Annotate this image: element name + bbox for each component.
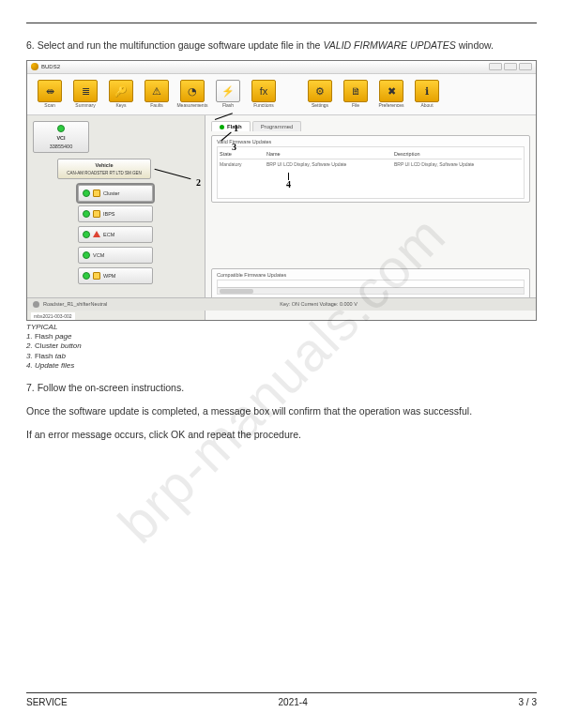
- vehicle-title: Vehicle: [96, 162, 114, 168]
- typical-2: 2. Cluster button: [26, 341, 537, 351]
- vci-node[interactable]: VCI 33855400: [33, 121, 89, 153]
- app-icon: [31, 63, 38, 70]
- toolbar-faults[interactable]: ⚠ Faults: [140, 76, 174, 112]
- window-buttons: [489, 63, 532, 70]
- step6-suffix: window.: [456, 39, 494, 51]
- compat-updates-label: Compatible Firmware Updates: [217, 272, 525, 278]
- maximize-button[interactable]: [504, 63, 517, 70]
- tree-panel: VCI 33855400 Vehicle CAN-AM ROADSTER RT …: [27, 115, 205, 320]
- step-6: 6. Select and run the multifunction gaug…: [26, 38, 537, 53]
- toolbar-functions[interactable]: fx Functions: [247, 76, 281, 112]
- tab-programmed[interactable]: Programmed: [252, 121, 302, 131]
- scan-icon: ⇼: [38, 80, 62, 102]
- typical-4: 4. Update files: [26, 361, 537, 371]
- toolbar-about-label: About: [420, 103, 433, 108]
- typical-head: TYPICAL: [26, 323, 537, 332]
- annotation-2: 2: [196, 177, 201, 188]
- status-indicator-icon: [33, 301, 39, 308]
- module-ibps[interactable]: IBPS: [78, 205, 153, 222]
- status-left: Roadster_R1_shifterNeutral: [43, 301, 107, 307]
- summary-icon: ≣: [73, 80, 98, 102]
- step6-italic: VALID FIRMWARE UPDATES: [323, 39, 455, 51]
- fault-icon: [93, 231, 100, 237]
- vci-title: VCI: [56, 135, 65, 141]
- typical-1: 1. Flash page: [26, 332, 537, 341]
- minimize-button[interactable]: [489, 63, 502, 70]
- module-vcm[interactable]: VCM: [78, 247, 153, 264]
- table-row[interactable]: Mandatory BRP UI LCD Display, Software U…: [220, 159, 522, 169]
- step-7: 7. Follow the on-screen instructions.: [26, 381, 537, 395]
- toolbar-file-label: File: [352, 103, 359, 108]
- vci-sub: 33855400: [50, 144, 72, 149]
- toolbar-flash[interactable]: ⚡ Flash: [211, 76, 245, 112]
- module-label: Cluster: [103, 190, 119, 196]
- table-header: State Name Description: [220, 149, 522, 159]
- about-icon: ℹ: [415, 80, 439, 102]
- col-desc: Description: [394, 151, 522, 157]
- toolbar-measurements[interactable]: ◔ Measurements: [175, 76, 209, 112]
- toolbar-keys-label: Keys: [115, 103, 126, 108]
- measurements-icon: ◔: [180, 80, 205, 102]
- toolbar-about[interactable]: ℹ About: [410, 76, 444, 112]
- toolbar-preferences[interactable]: ✖ Preferences: [374, 76, 408, 112]
- module-label: WPM: [103, 273, 115, 279]
- status-dot-icon: [57, 125, 65, 132]
- footer-mid: 2021-4: [279, 697, 308, 707]
- faults-icon: ⚠: [145, 80, 169, 102]
- module-label: ECM: [103, 232, 114, 237]
- valid-updates-panel: Valid Firmware Updates State Name Descri…: [211, 135, 530, 203]
- toolbar-keys[interactable]: 🔑 Keys: [104, 76, 138, 112]
- toolbar: ⇼ Scan ≣ Summary 🔑 Keys ⚠ Faults ◔ Measu…: [27, 74, 536, 115]
- col-name: Name: [266, 151, 394, 157]
- firmware-flag-icon: [93, 210, 100, 218]
- annotation-4: 4: [286, 179, 291, 190]
- toolbar-settings[interactable]: ⚙ Settings: [303, 76, 337, 112]
- status-mid: Key: ON Current Voltage: 0.000 V: [280, 301, 358, 307]
- screenshot: BUDS2 ⇼ Scan ≣ Summary 🔑 Keys: [26, 60, 537, 321]
- cell-desc: BRP UI LCD Display, Software Update: [394, 161, 522, 167]
- toolbar-scan[interactable]: ⇼ Scan: [33, 76, 67, 112]
- scrollbar[interactable]: [218, 287, 524, 294]
- preferences-icon: ✖: [379, 80, 403, 102]
- module-ecm[interactable]: ECM: [78, 226, 153, 243]
- toolbar-settings-label: Settings: [312, 103, 328, 108]
- toolbar-measurements-label: Measurements: [176, 103, 207, 108]
- toolbar-preferences-label: Preferences: [379, 103, 404, 108]
- toolbar-file[interactable]: 🗎 File: [339, 76, 373, 112]
- status-bar: Roadster_R1_shifterNeutral Key: ON Curre…: [27, 297, 536, 311]
- right-panel: Flash Programmed Valid Firmware Updates …: [205, 115, 536, 320]
- status-dot-icon: [83, 190, 90, 197]
- paragraph-success: Once the software update is completed, a…: [26, 404, 537, 418]
- module-label: VCM: [93, 252, 104, 258]
- toolbar-summary[interactable]: ≣ Summary: [68, 76, 102, 112]
- file-icon: 🗎: [343, 80, 368, 102]
- valid-updates-label: Valid Firmware Updates: [217, 139, 525, 144]
- firmware-flag-icon: [93, 190, 100, 197]
- toolbar-faults-label: Faults: [150, 103, 163, 108]
- toolbar-functions-label: Functions: [253, 103, 274, 108]
- functions-icon: fx: [251, 80, 276, 102]
- cell-state: Mandatory: [220, 161, 266, 167]
- vehicle-node[interactable]: Vehicle CAN-AM ROADSTER RT LTD SM GEN: [57, 159, 151, 179]
- close-button[interactable]: [519, 63, 532, 70]
- step6-prefix: 6. Select and run the multifunction gaug…: [26, 39, 323, 51]
- module-wpm[interactable]: WPM: [78, 267, 153, 284]
- col-state: State: [220, 151, 266, 157]
- module-cluster[interactable]: Cluster: [78, 185, 153, 202]
- annotation-3: 3: [232, 142, 236, 152]
- footer-left: SERVICE: [26, 697, 68, 707]
- status-dot-icon: [83, 272, 90, 280]
- tab-flash[interactable]: Flash: [211, 121, 251, 131]
- flash-icon: ⚡: [216, 80, 240, 102]
- toolbar-flash-label: Flash: [222, 103, 234, 108]
- typical-3: 3. Flash tab: [26, 352, 537, 361]
- keys-icon: 🔑: [109, 80, 133, 102]
- settings-icon: ⚙: [308, 80, 332, 102]
- arrow-4: [288, 173, 289, 180]
- tabs: Flash Programmed: [211, 121, 530, 131]
- cell-name: BRP UI LCD Display, Software Update: [266, 161, 394, 167]
- window-titlebar: BUDS2: [27, 61, 536, 74]
- work-area: VCI 33855400 Vehicle CAN-AM ROADSTER RT …: [27, 115, 536, 320]
- status-dot-icon: [83, 231, 90, 238]
- status-dot-icon: [83, 210, 90, 218]
